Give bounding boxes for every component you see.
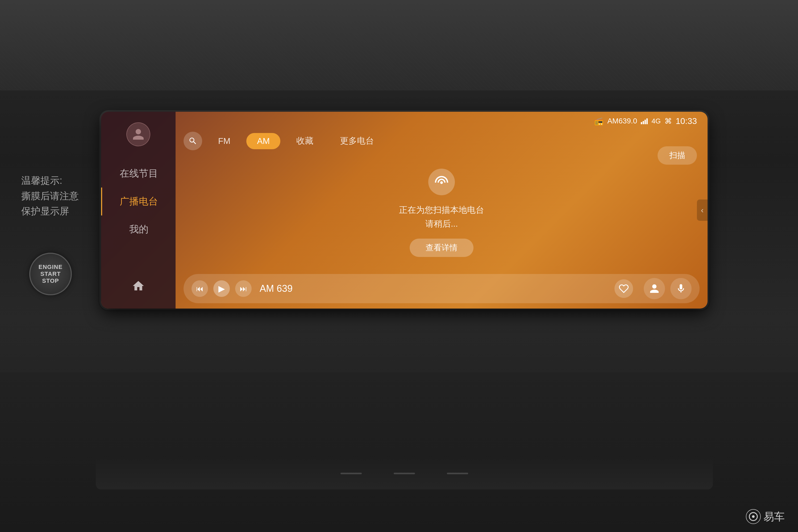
- home-button[interactable]: [126, 274, 150, 301]
- scanning-status-text: 正在为您扫描本地电台 请稍后...: [399, 203, 484, 230]
- watermark: 易车: [746, 509, 785, 524]
- radio-scanning-icon: [428, 169, 455, 195]
- play-button[interactable]: ▶: [213, 280, 230, 297]
- notice-text: 温馨提示: 撕膜后请注意 保护显示屏: [21, 173, 79, 219]
- sidebar-item-online[interactable]: 在线节目: [101, 159, 175, 188]
- scanning-area: 正在为您扫描本地电台 请稍后... 查看详情: [175, 152, 707, 274]
- tab-am[interactable]: AM: [246, 133, 280, 149]
- tab-favorites[interactable]: 收藏: [286, 132, 324, 150]
- clock: 10:33: [676, 116, 697, 126]
- infotainment-screen: 在线节目 广播电台 我的 📻 AM639.0: [101, 112, 707, 308]
- signal-bar-2: [643, 121, 644, 124]
- next-button[interactable]: ⏭: [235, 280, 252, 297]
- tab-bar: FM AM 收藏 更多电台: [175, 130, 707, 152]
- user-control-button[interactable]: [644, 278, 665, 299]
- sidebar: 在线节目 广播电台 我的: [101, 112, 175, 308]
- favorite-button[interactable]: [614, 279, 633, 298]
- tab-fm[interactable]: FM: [208, 133, 241, 149]
- radio-status-icon: 📻: [594, 117, 604, 126]
- physical-button-2[interactable]: [394, 473, 415, 474]
- user-avatar[interactable]: [126, 122, 150, 146]
- view-detail-button[interactable]: 查看详情: [410, 239, 474, 257]
- bluetooth-icon: ⌘: [664, 117, 672, 126]
- current-station: AM639.0: [607, 117, 637, 125]
- tab-more[interactable]: 更多电台: [329, 132, 385, 150]
- status-bar: 📻 AM639.0 4G ⌘ 10:33: [175, 112, 707, 130]
- screen-display: 在线节目 广播电台 我的 📻 AM639.0: [101, 112, 707, 308]
- watermark-icon: [746, 509, 761, 524]
- right-controls: [644, 278, 691, 299]
- prev-button[interactable]: ⏮: [191, 280, 208, 297]
- collapse-button[interactable]: ‹: [697, 200, 707, 221]
- scan-button[interactable]: 扫描: [658, 146, 697, 165]
- signal-bar-1: [641, 122, 642, 124]
- signal-bars: [641, 118, 648, 124]
- sidebar-item-mine[interactable]: 我的: [101, 215, 175, 243]
- physical-button-3[interactable]: [447, 473, 468, 474]
- physical-button-1[interactable]: [341, 473, 362, 474]
- player-bar: ⏮ ▶ ⏭ AM 639: [184, 274, 700, 303]
- station-name: AM 639: [260, 283, 609, 294]
- search-button[interactable]: [184, 132, 202, 150]
- dashboard-lower-surface: [0, 373, 798, 532]
- engine-start-stop-button[interactable]: ENGINE START STOP: [29, 253, 72, 295]
- signal-bar-3: [645, 120, 646, 124]
- main-content: 📻 AM639.0 4G ⌘ 10:33: [175, 112, 707, 308]
- microphone-button[interactable]: [670, 278, 691, 299]
- sidebar-item-radio[interactable]: 广播电台: [101, 188, 175, 215]
- bottom-physical-controls: [96, 457, 713, 490]
- dashboard-top-surface: [0, 0, 798, 91]
- svg-point-1: [752, 515, 755, 518]
- network-type: 4G: [651, 117, 661, 125]
- signal-bar-4: [646, 118, 648, 124]
